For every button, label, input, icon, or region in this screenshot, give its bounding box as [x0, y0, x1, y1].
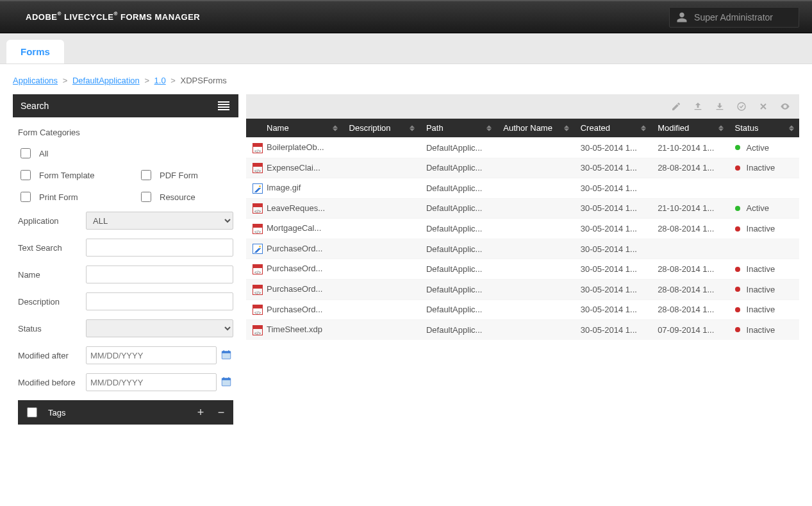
- filter-resource[interactable]: Resource: [138, 190, 233, 204]
- search-title: Search: [21, 101, 49, 111]
- breadcrumb-applications[interactable]: Applications: [13, 76, 58, 85]
- filter-all-checkbox[interactable]: [21, 148, 31, 158]
- text-search-label: Text Search: [18, 243, 86, 253]
- tags-checkbox[interactable]: [27, 407, 37, 417]
- breadcrumb-current: XDPSForms: [181, 76, 227, 85]
- filter-all[interactable]: All: [18, 146, 127, 160]
- cell-modified: 28-08-2014 1...: [651, 299, 728, 320]
- application-select[interactable]: ALL: [86, 212, 233, 230]
- table-row[interactable]: PurchaseOrd...DefaultApplic...30-05-2014…: [246, 279, 799, 299]
- sort-icon: [641, 125, 646, 131]
- status-select[interactable]: [86, 319, 233, 337]
- table-row[interactable]: Image.gifDefaultApplic...30-05-2014 1...: [246, 178, 799, 199]
- table-row[interactable]: MortgageCal...DefaultApplic...30-05-2014…: [246, 219, 799, 239]
- user-icon: [676, 12, 688, 23]
- preview-button[interactable]: [780, 101, 790, 112]
- top-bar: ADOBE® LIVECYCLE® FORMS MANAGER Super Ad…: [0, 0, 812, 33]
- close-icon: [758, 101, 768, 112]
- name-input[interactable]: [86, 266, 233, 283]
- col-description[interactable]: Description: [343, 119, 420, 138]
- tab-forms[interactable]: Forms: [6, 40, 64, 63]
- breadcrumb-sep: >: [60, 76, 70, 85]
- download-button[interactable]: [715, 101, 725, 112]
- tags-panel-header: Tags + −: [18, 400, 233, 425]
- cell-name: LeaveReques...: [246, 198, 343, 219]
- cell-author: [497, 299, 574, 320]
- cell-name: ExpenseClai...: [246, 158, 343, 178]
- cell-status: Inactive: [729, 158, 799, 178]
- cell-modified: 28-08-2014 1...: [651, 279, 728, 299]
- grid-toolbar: [246, 94, 799, 119]
- form-categories-label: Form Categories: [18, 128, 233, 137]
- cell-description: [343, 239, 420, 259]
- modified-after-input[interactable]: [86, 346, 217, 364]
- cell-path: DefaultApplic...: [420, 138, 497, 158]
- text-search-input[interactable]: [86, 239, 233, 257]
- filter-print[interactable]: Print Form: [18, 190, 113, 204]
- xdp-file-icon: [253, 224, 263, 234]
- tags-remove-button[interactable]: −: [215, 407, 227, 418]
- filter-print-checkbox[interactable]: [21, 192, 31, 202]
- cell-path: DefaultApplic...: [420, 198, 497, 219]
- filter-pdf[interactable]: PDF Form: [138, 168, 233, 182]
- calendar-before-button[interactable]: [219, 373, 233, 390]
- col-modified[interactable]: Modified: [651, 119, 728, 138]
- filter-template-checkbox[interactable]: [21, 170, 31, 180]
- cell-description: [343, 138, 420, 158]
- cell-author: [497, 279, 574, 299]
- cell-status: Active: [729, 138, 799, 158]
- cell-description: [343, 219, 420, 239]
- filter-resource-checkbox[interactable]: [141, 192, 151, 202]
- breadcrumb: Applications > DefaultApplication > 1.0 …: [13, 71, 799, 94]
- image-file-icon: [253, 244, 263, 254]
- svg-rect-1: [222, 351, 231, 353]
- status-dot-icon: [735, 287, 740, 292]
- upload-button[interactable]: [693, 101, 703, 112]
- delete-button[interactable]: [758, 101, 768, 112]
- user-menu[interactable]: Super Administrator: [669, 7, 799, 28]
- cell-modified: 21-10-2014 1...: [651, 138, 728, 158]
- cell-path: DefaultApplic...: [420, 239, 497, 259]
- cell-created: 30-05-2014 1...: [574, 219, 651, 239]
- sort-icon: [410, 125, 415, 131]
- table-row[interactable]: LeaveReques...DefaultApplic...30-05-2014…: [246, 198, 799, 219]
- cell-modified: [651, 239, 728, 259]
- table-row[interactable]: BoilerplateOb...DefaultApplic...30-05-20…: [246, 138, 799, 158]
- status-text: Inactive: [747, 224, 775, 233]
- col-status[interactable]: Status: [729, 119, 799, 138]
- breadcrumb-version[interactable]: 1.0: [154, 76, 166, 85]
- description-input[interactable]: [86, 292, 233, 310]
- approve-button[interactable]: [736, 101, 747, 112]
- cell-modified: 28-08-2014 1...: [651, 219, 728, 239]
- upload-icon: [693, 101, 703, 112]
- filter-template[interactable]: Form Template: [18, 168, 113, 182]
- table-row[interactable]: PurchaseOrd...DefaultApplic...30-05-2014…: [246, 239, 799, 259]
- filter-pdf-checkbox[interactable]: [141, 170, 151, 180]
- status-dot-icon: [735, 307, 740, 312]
- cell-status: [729, 178, 799, 199]
- edit-button[interactable]: [671, 101, 681, 112]
- col-created[interactable]: Created: [574, 119, 651, 138]
- status-dot-icon: [735, 327, 740, 332]
- table-row[interactable]: ExpenseClai...DefaultApplic...30-05-2014…: [246, 158, 799, 178]
- cell-author: [497, 178, 574, 199]
- cell-path: DefaultApplic...: [420, 219, 497, 239]
- cell-status: Inactive: [729, 259, 799, 280]
- grid-header-row: Name Description Path Author Name Create…: [246, 119, 799, 138]
- col-path[interactable]: Path: [420, 119, 497, 138]
- table-row[interactable]: PurchaseOrd...DefaultApplic...30-05-2014…: [246, 299, 799, 320]
- modified-before-input[interactable]: [86, 373, 217, 391]
- search-menu-icon[interactable]: [217, 99, 231, 112]
- table-row[interactable]: PurchaseOrd...DefaultApplic...30-05-2014…: [246, 259, 799, 280]
- tags-add-button[interactable]: +: [195, 407, 206, 418]
- calendar-icon: [220, 376, 232, 387]
- breadcrumb-defaultapplication[interactable]: DefaultApplication: [72, 76, 140, 85]
- brand-part-1: ADOBE: [26, 12, 57, 22]
- col-author[interactable]: Author Name: [497, 119, 574, 138]
- cell-created: 30-05-2014 1...: [574, 299, 651, 320]
- cell-modified: 28-08-2014 1...: [651, 259, 728, 280]
- col-name[interactable]: Name: [246, 119, 343, 138]
- cell-status: Inactive: [729, 279, 799, 299]
- table-row[interactable]: TimeSheet.xdpDefaultApplic...30-05-2014 …: [246, 320, 799, 340]
- calendar-after-button[interactable]: [219, 346, 233, 363]
